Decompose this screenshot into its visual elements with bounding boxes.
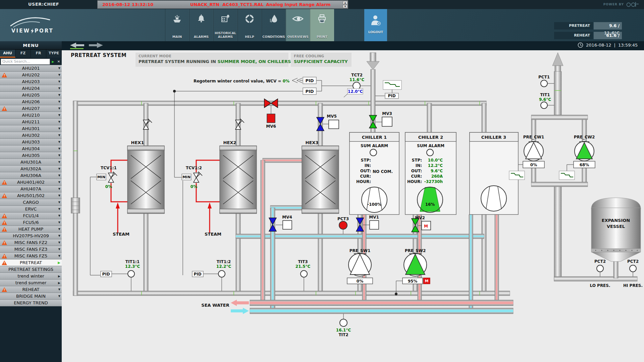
nav-historical-alarms-button[interactable]: HISTORICAL ALARMS bbox=[213, 9, 237, 41]
sidebar-item-ahu306a[interactable]: AHU306A▼ bbox=[0, 172, 62, 179]
chiller-2-panel[interactable]: CHILLER 2 SUM ALARM STP: IN: OUT: CUR: H… bbox=[405, 132, 456, 215]
sidebar-item-ahu407a[interactable]: AHU407A▼ bbox=[0, 186, 62, 192]
sidebar-item-label: FCU5/6 bbox=[0, 219, 62, 226]
heat-exchanger-hex3[interactable]: HEX3 bbox=[302, 140, 339, 214]
sidebar-item-ahu211[interactable]: AHU211▼ bbox=[0, 119, 62, 125]
sidebar-item-heat-pump[interactable]: !HEAT PUMP▼ bbox=[0, 226, 62, 233]
sidebar-item-reheat[interactable]: !REHEAT▼ bbox=[0, 286, 62, 293]
sidebar-item-misc-fans-fz2[interactable]: !MISC FANS FZ2▼ bbox=[0, 239, 62, 246]
regoterm-pid-group[interactable]: Regoterm winter control value, WCV = 0% … bbox=[194, 77, 316, 95]
sidebar-item-ahu301a[interactable]: AHU301A▼ bbox=[0, 159, 62, 166]
svg-text:21.5°C: 21.5°C bbox=[296, 264, 311, 269]
sidebar-item-ahu303[interactable]: AHU303▼ bbox=[0, 139, 62, 145]
nav-alarms-button[interactable]: ALARMS bbox=[189, 9, 213, 41]
chevron-down-icon: ▼ bbox=[58, 172, 60, 179]
sidebar-item-ahu210[interactable]: AHU210▼ bbox=[0, 112, 62, 119]
chevron-down-icon: ▼ bbox=[58, 132, 60, 139]
sidebar-item-ahu501-502[interactable]: !AHU501/502▼ bbox=[0, 192, 62, 199]
sidebar-item-hv207ps-hv209[interactable]: HV207PS-HV209▼ bbox=[0, 233, 62, 239]
sidebar-item-label: AHU305 bbox=[0, 152, 62, 159]
sidebar-item-ahu302[interactable]: AHU302▼ bbox=[0, 132, 62, 139]
page-history-arrows[interactable] bbox=[69, 42, 106, 49]
sidebar-item-ahu304[interactable]: AHU304▼ bbox=[0, 145, 62, 152]
pump-pre-sw1[interactable]: PRE_SW1 0% bbox=[347, 248, 373, 284]
search-go-button[interactable]: ▶ bbox=[50, 59, 56, 65]
sidebar-item-fcu5-6[interactable]: !FCU5/6▼ bbox=[0, 219, 62, 226]
sidebar-item-ahu201[interactable]: AHU201▼ bbox=[0, 65, 62, 72]
valve-tcv1-1[interactable]: TCV1:1 MIN 0% bbox=[97, 166, 117, 189]
sidebar-item-ahu302a[interactable]: AHU302A▼ bbox=[0, 166, 62, 172]
logo-text: VIEW PORT bbox=[11, 28, 54, 34]
sidebar-item-bridge-main[interactable]: BRIDGE MAIN▼ bbox=[0, 293, 62, 300]
sidebar-item-ahu205[interactable]: AHU205▼ bbox=[0, 92, 62, 99]
current-date: 2016-08-12 bbox=[586, 43, 611, 48]
sidebar-item-ahu301[interactable]: AHU301▼ bbox=[0, 125, 62, 132]
pump-pre-cw2[interactable]: PRE_CW2 68% bbox=[559, 135, 595, 180]
valve-tcv1-2[interactable]: TCV1:2 MIN 0% bbox=[182, 166, 202, 189]
chiller-1-panel[interactable]: CHILLER 1 SUM ALARM STP: IN: OUT: CUR: H… bbox=[350, 132, 399, 215]
sidebar-item-label: MISC FANS FZ2 bbox=[0, 239, 62, 246]
sidebar-item-trend-summer[interactable]: trend summer▶ bbox=[0, 280, 62, 286]
sensor-tit3[interactable]: TIT3 21.5°C bbox=[296, 259, 311, 291]
nav-logout-button[interactable]: LOGOUT bbox=[364, 9, 387, 41]
sidebar-item-energy-trend[interactable]: ENERGY TREND bbox=[0, 300, 62, 306]
sensor-tit1[interactable]: TIT1 9.6°C bbox=[539, 93, 554, 109]
svg-text:MV4: MV4 bbox=[282, 215, 292, 220]
spinner-up-icon[interactable]: ▲ bbox=[343, 1, 347, 4]
sensor-tit1-2[interactable]: TIT1:2 12.2°C PID bbox=[192, 259, 231, 291]
sidebar-item-ahu305[interactable]: AHU305▼ bbox=[0, 152, 62, 159]
valve-mv6[interactable]: MV6 bbox=[264, 99, 278, 129]
svg-text:260A: 260A bbox=[431, 174, 443, 179]
nav-overviews-button[interactable]: OVERVIEWS bbox=[286, 9, 310, 41]
sidebar-item-ahu401-402[interactable]: !AHU401/402▼ bbox=[0, 179, 62, 186]
tab-ahu[interactable]: AHU bbox=[0, 50, 15, 58]
sensor-pct2-hi[interactable]: PCT2 HI PRES. bbox=[623, 259, 643, 288]
chevron-down-icon: ▼ bbox=[58, 239, 60, 246]
search-input[interactable] bbox=[1, 59, 50, 65]
sidebar-item-ahu206[interactable]: AHU206▼ bbox=[0, 99, 62, 105]
sidebar-item-fcu1-4[interactable]: !FCU1/4▼ bbox=[0, 213, 62, 219]
sidebar-item-ahu204[interactable]: AHU204▼ bbox=[0, 85, 62, 92]
info-row-reheat[interactable]: REHEAT 61.6 / 46.0°C bbox=[554, 32, 622, 39]
sidebar-item-label: AHU205 bbox=[0, 92, 62, 98]
sidebar-item-ahu202[interactable]: !AHU202▼ bbox=[0, 72, 62, 78]
sidebar-item-cargo[interactable]: CARGO▼ bbox=[0, 199, 62, 206]
pump-pre-sw2[interactable]: PRE_SW2 95% M bbox=[402, 248, 430, 284]
sidebar-item-pretreat[interactable]: !PRETREAT▶ bbox=[0, 259, 62, 266]
sidebar-item-label: AHU302A bbox=[0, 166, 62, 172]
clock-icon[interactable] bbox=[578, 42, 583, 48]
sidebar-item-ervc[interactable]: ERVC▼ bbox=[0, 206, 62, 213]
sidebar-item-ahu203[interactable]: AHU203▼ bbox=[0, 78, 62, 85]
sensor-pct1[interactable]: PCT1 bbox=[538, 75, 554, 87]
tab-fr[interactable]: FR bbox=[31, 50, 46, 58]
nav-print-button[interactable]: PRINT bbox=[310, 9, 334, 41]
search-clear-button[interactable]: ✕ bbox=[56, 59, 61, 65]
sidebar-item-pretreat-settings[interactable]: PRETREAT SETTINGS bbox=[0, 266, 62, 273]
svg-text:-100%: -100% bbox=[367, 202, 381, 207]
sidebar-item-misc-fans-fz3[interactable]: MISC FANS FZ3▼ bbox=[0, 246, 62, 253]
heat-exchanger-hex1[interactable]: HEX1 bbox=[127, 140, 164, 214]
sensor-tit2[interactable]: 16.1°C TIT2 bbox=[336, 314, 351, 337]
svg-text:MV5: MV5 bbox=[327, 114, 337, 119]
sensor-pct3[interactable]: PCT3 bbox=[337, 217, 349, 234]
alarm-spinner[interactable]: ▲ ▼ bbox=[343, 1, 347, 8]
sidebar-item-label: trend winter bbox=[0, 273, 62, 279]
info-row-pretreat[interactable]: PRETREAT 9.6 / 11.6°C bbox=[554, 22, 622, 29]
sensor-pct2-lo[interactable]: PCT2 LO PRES. bbox=[590, 259, 610, 288]
sidebar-item-misc-fans-fz5[interactable]: !MISC FANS FZ5▼ bbox=[0, 253, 62, 259]
tab-fz[interactable]: FZ bbox=[15, 50, 31, 58]
tab-type[interactable]: TYPE bbox=[46, 50, 62, 58]
svg-text:0%: 0% bbox=[357, 279, 363, 284]
nav-conditions-button[interactable]: CONDITIONS bbox=[262, 9, 286, 41]
svg-text:12.3°C: 12.3°C bbox=[125, 264, 140, 269]
sidebar-item-trend-winter[interactable]: trend winter▶ bbox=[0, 273, 62, 280]
expansion-vessel[interactable]: EXPANSION VESSEL bbox=[591, 198, 641, 261]
active-alarm-line[interactable]: 2016-08-12 13:32:10 UNACK_RTN AC403_TCT1… bbox=[97, 0, 348, 9]
sidebar-item-ahu207[interactable]: !AHU207▼ bbox=[0, 105, 62, 112]
sensor-tit1-1[interactable]: TIT1:1 12.3°C PID bbox=[101, 259, 140, 291]
nav-main-button[interactable]: MAIN bbox=[165, 9, 189, 41]
spinner-down-icon[interactable]: ▼ bbox=[343, 5, 347, 8]
svg-text:9.6°C: 9.6°C bbox=[431, 169, 443, 173]
heat-exchanger-hex2[interactable]: HEX2 bbox=[220, 140, 257, 214]
nav-help-button[interactable]: HELP bbox=[237, 9, 262, 41]
